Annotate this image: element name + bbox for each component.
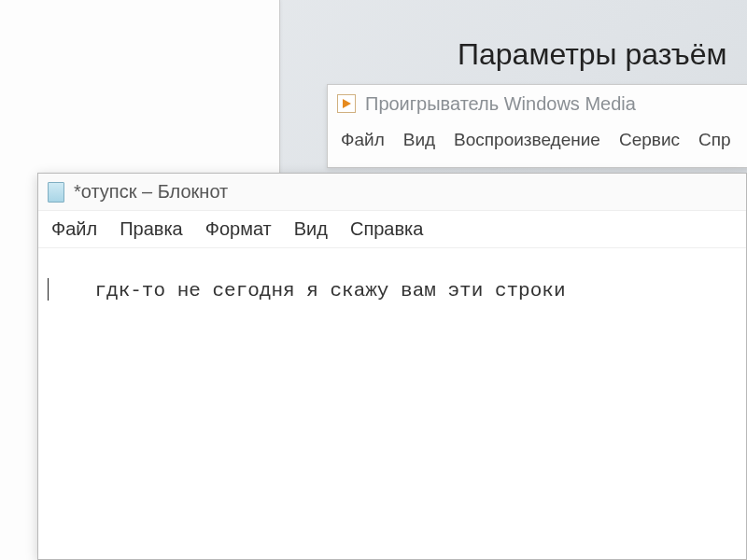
notepad-menu-format[interactable]: Формат <box>205 218 272 240</box>
notepad-content: гдк-то не сегодня я скажу вам эти строки <box>94 280 565 301</box>
bg-fragment: шни <box>0 385 37 406</box>
notepad-title-text: *отупск – Блокнот <box>74 181 228 203</box>
notepad-menu-edit[interactable]: Правка <box>120 218 183 240</box>
notepad-menu-file[interactable]: Файл <box>51 218 97 240</box>
notepad-icon <box>48 182 64 203</box>
wmp-menu-view[interactable]: Вид <box>403 130 435 150</box>
wmp-play-icon <box>337 94 356 113</box>
bg-fragment: ами <box>0 283 37 304</box>
bg-fragment: за в <box>0 200 37 221</box>
notepad-menu-help[interactable]: Справка <box>350 218 423 240</box>
wmp-menu-file[interactable]: Файл <box>341 130 385 150</box>
wmp-titlebar[interactable]: Проигрыватель Windows Media <box>328 85 747 122</box>
settings-heading: Параметры разъём <box>458 37 726 72</box>
text-caret <box>48 278 49 301</box>
notepad-window[interactable]: *отупск – Блокнот Файл Правка Формат Вид… <box>37 173 747 560</box>
bg-fragment: ный <box>0 89 37 110</box>
wmp-title-text: Проигрыватель Windows Media <box>365 93 636 115</box>
notepad-menu-view[interactable]: Вид <box>294 218 328 240</box>
notepad-titlebar[interactable]: *отупск – Блокнот <box>38 174 746 211</box>
wmp-menu-help[interactable]: Спр <box>698 130 731 150</box>
wmp-menu-service[interactable]: Сервис <box>619 130 680 150</box>
bg-fragment: ва э <box>0 496 37 517</box>
wmp-window[interactable]: Проигрыватель Windows Media Файл Вид Вос… <box>327 84 747 168</box>
bg-fragment-console: Console <box>0 0 37 18</box>
wmp-menu-playback[interactable]: Воспроизведение <box>454 130 600 150</box>
notepad-menubar: Файл Правка Формат Вид Справка <box>38 211 746 248</box>
notepad-textarea[interactable]: гдк-то не сегодня я скажу вам эти строки <box>38 248 746 559</box>
wmp-menubar: Файл Вид Воспроизведение Сервис Спр <box>328 122 747 158</box>
